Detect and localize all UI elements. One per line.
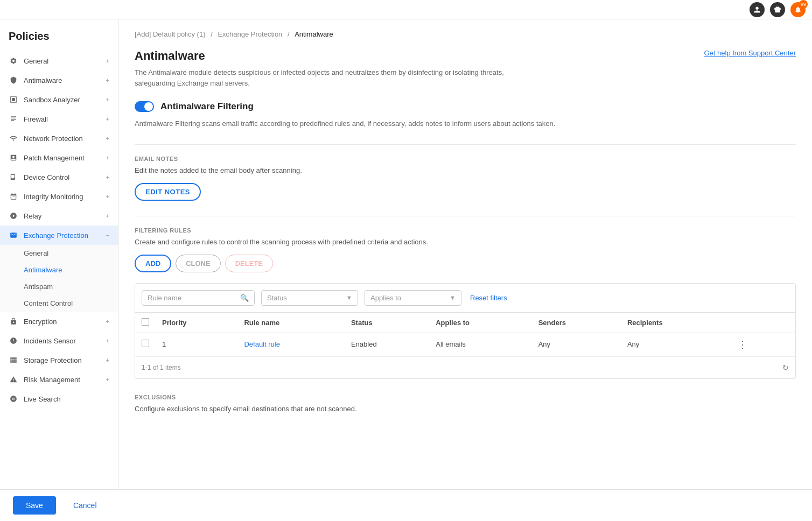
exclusions-header: EXCLUSIONS [135, 394, 796, 400]
rule-name-input[interactable] [148, 294, 238, 302]
gift-icon[interactable] [770, 2, 785, 17]
sub-item-general-label: General [24, 249, 48, 257]
breadcrumb-sep1: / [211, 30, 214, 38]
status-filter-wrap[interactable]: Status ▼ [261, 290, 358, 306]
status-filter-label: Status [267, 294, 344, 302]
sidebar-label-storage: Storage Protection [24, 356, 106, 364]
edit-notes-button[interactable]: EDIT NOTES [135, 183, 201, 201]
sidebar-label-live-search: Live Search [24, 395, 109, 403]
sub-item-general[interactable]: General [0, 245, 118, 262]
expand-relay-icon: + [106, 213, 109, 219]
sub-item-content-control[interactable]: Content Control [0, 295, 118, 312]
email-notes-header: EMAIL NOTES [135, 156, 796, 162]
sidebar-item-incidents[interactable]: Incidents Sensor + [0, 331, 118, 350]
reset-filters-button[interactable]: Reset filters [470, 294, 507, 302]
pagination-info: 1-1 of 1 items [142, 364, 181, 371]
sidebar-item-risk[interactable]: Risk Management + [0, 370, 118, 389]
select-all-checkbox[interactable] [142, 318, 149, 326]
row-status: Enabled [345, 333, 429, 356]
refresh-icon[interactable]: ↻ [782, 363, 789, 372]
table-row: 1 Default rule Enabled All emails Any An… [135, 333, 795, 356]
sub-item-antimalware[interactable]: Antimalware [0, 262, 118, 278]
sidebar-item-exchange[interactable]: Exchange Protection − [0, 226, 118, 245]
sub-item-antimalware-label: Antimalware [24, 266, 62, 274]
sidebar-item-general[interactable]: General + [0, 51, 118, 71]
sidebar-label-encryption: Encryption [24, 318, 106, 326]
row-more-button[interactable]: ⋮ [733, 337, 752, 352]
sidebar-label-network: Network Protection [24, 135, 106, 143]
row-priority: 1 [156, 333, 237, 356]
delete-rule-button[interactable]: DELETE [225, 255, 273, 272]
expand-storage-icon: + [106, 357, 109, 363]
sidebar-item-sandbox[interactable]: Sandbox Analyzer + [0, 90, 118, 109]
sidebar-item-integrity[interactable]: Integrity Monitoring + [0, 187, 118, 206]
add-rule-button[interactable]: ADD [135, 255, 171, 272]
sub-item-antispam-label: Antispam [24, 283, 53, 291]
content-area: [Add] Default policy (1) / Exchange Prot… [118, 19, 812, 489]
row-senders: Any [532, 333, 621, 356]
sub-item-antispam[interactable]: Antispam [0, 278, 118, 295]
sidebar-label-incidents: Incidents Sensor [24, 337, 106, 345]
sidebar-item-patch[interactable]: Patch Management + [0, 148, 118, 167]
save-button[interactable]: Save [13, 496, 56, 515]
email-notes-desc: Edit the notes added to the email body a… [135, 166, 796, 174]
network-icon [9, 133, 18, 143]
sidebar-item-antimalware[interactable]: Antimalware + [0, 71, 118, 90]
page-title-area: Antimalware The Antimalware module detec… [135, 49, 512, 88]
sidebar-item-encryption[interactable]: Encryption + [0, 312, 118, 331]
expand-antimalware-icon: + [106, 77, 109, 83]
breadcrumb-current: Antimalware [295, 30, 333, 38]
breadcrumb: [Add] Default policy (1) / Exchange Prot… [135, 30, 796, 38]
help-link[interactable]: Get help from Support Center [704, 49, 796, 57]
expand-device-icon: + [106, 174, 109, 180]
expand-integrity-icon: + [106, 193, 109, 200]
device-icon [9, 172, 18, 182]
svg-rect-0 [12, 98, 15, 101]
sidebar-label-firewall: Firewall [24, 115, 106, 123]
divider1 [135, 144, 796, 145]
applies-filter-wrap[interactable]: Applies to ▼ [365, 290, 461, 306]
sidebar-item-relay[interactable]: Relay + [0, 206, 118, 226]
top-bar: 99 [0, 0, 812, 19]
shield-icon [9, 75, 18, 85]
sidebar: Policies General + Antimalware + Sandbox… [0, 19, 118, 489]
antimalware-toggle[interactable] [135, 101, 154, 112]
risk-icon [9, 375, 18, 384]
sidebar-item-storage[interactable]: Storage Protection + [0, 350, 118, 370]
rule-name-link[interactable]: Default rule [244, 340, 279, 348]
filtering-rules-section: FILTERING RULES Create and configure rul… [135, 227, 796, 379]
expand-patch-icon: + [106, 154, 109, 161]
row-checkbox-cell [135, 333, 156, 356]
sidebar-item-firewall[interactable]: Firewall + [0, 109, 118, 129]
encryption-icon [9, 316, 18, 326]
col-priority: Priority [156, 313, 237, 333]
col-applies-to: Applies to [429, 313, 531, 333]
filtering-rules-header: FILTERING RULES [135, 227, 796, 234]
firewall-icon [9, 114, 18, 124]
sidebar-label-sandbox: Sandbox Analyzer [24, 96, 106, 104]
sidebar-label-integrity: Integrity Monitoring [24, 193, 106, 201]
sidebar-item-live-search[interactable]: Live Search [0, 389, 118, 409]
clone-rule-button[interactable]: CLONE [176, 255, 221, 272]
sidebar-item-device[interactable]: Device Control + [0, 167, 118, 187]
filter-row: 🔍 Status ▼ Applies to ▼ Reset filters [135, 284, 795, 313]
divider2 [135, 216, 796, 216]
row-checkbox[interactable] [142, 340, 149, 347]
live-search-icon [9, 394, 18, 404]
cancel-button[interactable]: Cancel [65, 496, 106, 515]
user-icon[interactable] [750, 2, 765, 17]
antimalware-filtering-section: Antimalware Filtering Antimalware Filter… [135, 101, 796, 129]
rules-table-container: 🔍 Status ▼ Applies to ▼ Reset filters [135, 283, 796, 379]
rules-actions: ADD CLONE DELETE [135, 255, 796, 272]
breadcrumb-sep2: / [288, 30, 291, 38]
sub-item-content-control-label: Content Control [24, 299, 73, 307]
search-icon: 🔍 [240, 294, 249, 302]
expand-encryption-icon: + [106, 318, 109, 325]
table-header-row: Priority Rule name Status Applies to Sen… [135, 313, 795, 333]
sidebar-item-network[interactable]: Network Protection + [0, 129, 118, 148]
top-bar-icons: 99 [750, 2, 806, 17]
footer: Save Cancel [0, 489, 812, 521]
applies-filter-label: Applies to [370, 294, 447, 302]
integrity-icon [9, 192, 18, 201]
notification-icon[interactable]: 99 [790, 2, 806, 17]
